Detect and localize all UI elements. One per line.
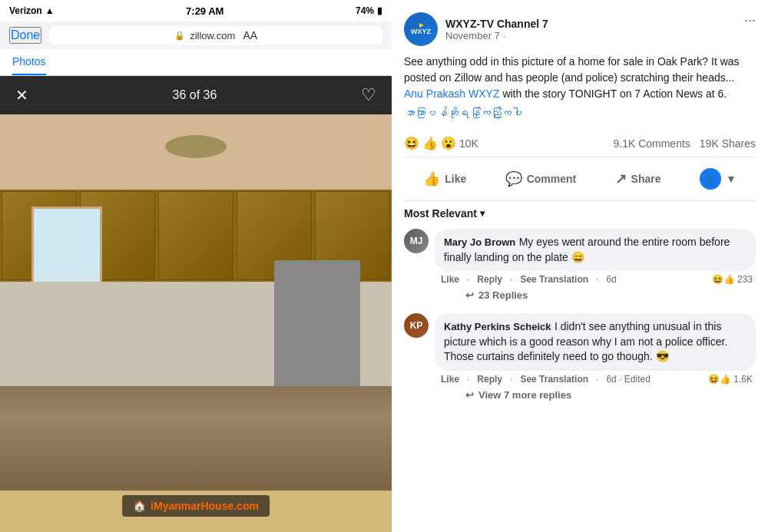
comment-1-emoji: 😆👍 xyxy=(712,274,735,285)
reader-mode-button[interactable]: AA xyxy=(243,29,257,41)
myanmar-text[interactable]: ဘာသာပြန်ဆိုရန်ကြည့်ကြပါ xyxy=(404,107,756,119)
post-header: ▶ WXYZ WXYZ-TV Channel 7 November 7 · ··… xyxy=(404,12,756,46)
kitchen-counter xyxy=(0,386,392,491)
page-info: ▶ WXYZ WXYZ-TV Channel 7 November 7 · xyxy=(404,12,548,46)
comment-2-reply[interactable]: Reply xyxy=(477,374,502,385)
post-date: November 7 · xyxy=(445,30,548,41)
cabinet-3 xyxy=(158,191,233,280)
wxyz-logo: ▶ WXYZ xyxy=(411,22,431,36)
like-label: Like xyxy=(445,173,466,185)
dropdown-icon: ▼ xyxy=(726,173,737,185)
url-bar[interactable]: 🔒 zillow.com AA xyxy=(49,26,382,45)
sort-bar[interactable]: Most Relevant ▾ xyxy=(404,207,756,220)
browser-bar: Done 🔒 zillow.com AA xyxy=(0,21,392,49)
share-label: Share xyxy=(631,173,661,185)
done-button[interactable]: Done xyxy=(9,27,41,44)
sort-label: Most Relevant xyxy=(404,207,477,220)
comment-2-reactions: 😆👍 1.6K xyxy=(708,374,753,385)
comment-2-content: Kathy Perkins Scheick I didn't see anyth… xyxy=(435,313,756,404)
reactions-left: 😆 👍 😮 10K xyxy=(404,136,478,150)
more-options-button[interactable]: ··· xyxy=(744,12,756,28)
reply-line-icon-2: ↩ xyxy=(465,389,474,401)
reactions-right: 9.1K Comments 19K Shares xyxy=(613,137,756,150)
status-right: 74% ▮ xyxy=(356,5,382,16)
comment-1-replies-label: 23 Replies xyxy=(478,289,528,301)
user-profile-button[interactable]: 👤 ▼ xyxy=(690,164,746,194)
share-icon: ↗ xyxy=(615,170,627,187)
comment-button[interactable]: 💬 Comment xyxy=(496,164,586,194)
page-name-meta: WXYZ-TV Channel 7 November 7 · xyxy=(445,18,548,41)
haha-emoji: 😆 xyxy=(404,136,419,150)
ceiling-fan xyxy=(165,135,227,158)
battery-icon: ▮ xyxy=(377,5,382,16)
comment-label: Comment xyxy=(527,173,577,185)
like-icon: 👍 xyxy=(423,170,440,187)
post-link[interactable]: Anu Prakash WXYZ xyxy=(404,88,500,100)
reactions-bar: 😆 👍 😮 10K 9.1K Comments 19K Shares xyxy=(404,130,756,157)
status-left: Verizon ▲ xyxy=(9,5,55,16)
comment-1-reply[interactable]: Reply xyxy=(477,274,502,285)
comment-2-time: 6d · Edited xyxy=(606,374,650,385)
carrier-text: Verizon xyxy=(9,5,42,16)
comments-count[interactable]: 9.1K Comments xyxy=(613,137,690,150)
action-bar: 👍 Like 💬 Comment ↗ Share 👤 ▼ xyxy=(404,160,756,201)
like-emoji: 👍 xyxy=(422,136,438,150)
comment-1-reactions: 😆👍 233 xyxy=(712,274,753,285)
reactions-count: 10K xyxy=(459,137,478,150)
comment-1: MJ Mary Jo Brown My eyes went around the… xyxy=(404,229,756,304)
post-text: See anything odd in this picture of a ho… xyxy=(404,54,756,102)
comment-1-translate[interactable]: See Translation xyxy=(520,274,588,285)
comment-1-name[interactable]: Mary Jo Brown xyxy=(444,236,515,248)
facebook-post-panel: ▶ WXYZ WXYZ-TV Channel 7 November 7 · ··… xyxy=(392,0,768,532)
phone-screenshot: Verizon ▲ 7:29 AM 74% ▮ Done 🔒 zillow.co… xyxy=(0,0,392,532)
page-name[interactable]: WXYZ-TV Channel 7 xyxy=(445,18,548,30)
comment-1-content: Mary Jo Brown My eyes went around the en… xyxy=(435,229,756,304)
user-avatar-icon: 👤 xyxy=(700,168,721,190)
photo-viewer: ✕ 36 of 36 ♡ xyxy=(0,76,392,532)
page-avatar: ▶ WXYZ xyxy=(404,12,438,46)
shares-count[interactable]: 19K Shares xyxy=(700,137,756,150)
wifi-icon: ▲ xyxy=(45,5,55,16)
watermark-text: iMyanmarHouse.com xyxy=(151,500,259,512)
comment-2: KP Kathy Perkins Scheick I didn't see an… xyxy=(404,313,756,404)
favorite-icon[interactable]: ♡ xyxy=(361,85,376,105)
comment-2-emoji: 😆👍 xyxy=(708,374,731,385)
wow-emoji: 😮 xyxy=(441,136,456,150)
comment-2-translate[interactable]: See Translation xyxy=(520,374,588,385)
tab-bar: Photos xyxy=(0,49,392,76)
close-icon[interactable]: ✕ xyxy=(15,86,28,104)
comment-1-actions: Like · Reply · See Translation · 6d 😆👍 2… xyxy=(435,271,756,286)
kitchen-window xyxy=(31,207,102,290)
watermark: 🏠 iMyanmarHouse.com xyxy=(122,495,270,517)
watermark-house-icon: 🏠 xyxy=(133,500,146,512)
like-button[interactable]: 👍 Like xyxy=(414,164,475,194)
comment-2-actions: Like · Reply · See Translation · 6d · Ed… xyxy=(435,371,756,386)
comment-1-count: 233 xyxy=(737,274,753,285)
sort-dropdown-icon[interactable]: ▾ xyxy=(480,208,485,219)
post-text-main: See anything odd in this picture of a ho… xyxy=(404,55,740,84)
comment-1-avatar: MJ xyxy=(404,229,429,253)
reply-line-icon: ↩ xyxy=(465,289,474,301)
comment-2-avatar: KP xyxy=(404,313,429,338)
comment-1-replies[interactable]: ↩ 23 Replies xyxy=(435,286,756,304)
comment-2-count: 1.6K xyxy=(733,374,753,385)
comment-2-name[interactable]: Kathy Perkins Scheick xyxy=(444,321,551,332)
kitchen-photo: 🏠 iMyanmarHouse.com xyxy=(0,114,392,532)
comment-2-replies[interactable]: ↩ View 7 more replies xyxy=(435,386,756,404)
url-text: zillow.com xyxy=(190,30,235,41)
photo-header: ✕ 36 of 36 ♡ xyxy=(0,76,392,114)
lock-icon: 🔒 xyxy=(174,31,185,41)
photo-count: 36 of 36 xyxy=(173,88,217,102)
post-text-2: with the story TONIGHT on 7 Action News … xyxy=(502,88,727,100)
share-button[interactable]: ↗ Share xyxy=(606,164,670,194)
comment-1-like[interactable]: Like xyxy=(441,274,459,285)
photos-tab[interactable]: Photos xyxy=(12,49,46,75)
battery-text: 74% xyxy=(356,5,374,16)
phone-screen: Verizon ▲ 7:29 AM 74% ▮ Done 🔒 zillow.co… xyxy=(0,0,392,532)
comment-1-time: 6d xyxy=(606,274,616,285)
comment-1-bubble: Mary Jo Brown My eyes went around the en… xyxy=(435,229,756,271)
comment-2-replies-label: View 7 more replies xyxy=(478,389,571,401)
comment-2-like[interactable]: Like xyxy=(441,374,459,385)
comment-icon: 💬 xyxy=(505,170,522,187)
comment-2-bubble: Kathy Perkins Scheick I didn't see anyth… xyxy=(435,313,756,371)
